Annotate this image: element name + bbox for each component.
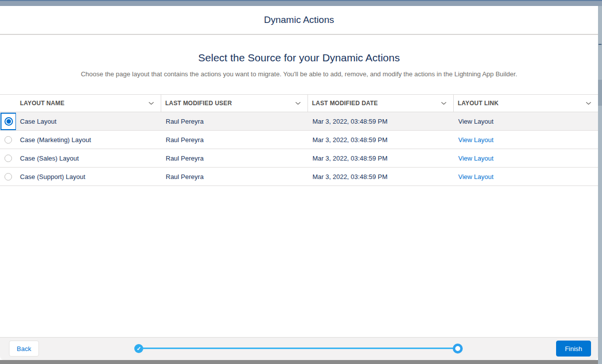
table-row[interactable]: Case Layout Raul Pereyra Mar 3, 2022, 03… — [0, 112, 598, 131]
background-page-bottom-strip — [0, 360, 598, 364]
background-page-right-strip — [598, 6, 602, 364]
background-page-top-strip — [0, 0, 602, 6]
row-radio-selected[interactable] — [4, 117, 13, 126]
modal-footer: Back ✓ Finish — [0, 337, 598, 360]
scrollbar-thumb[interactable] — [598, 80, 602, 106]
column-header-last-modified-date[interactable]: LAST MODIFIED DATE — [307, 95, 453, 112]
column-header-label: LAST MODIFIED DATE — [312, 100, 378, 107]
row-radio-cell — [0, 131, 16, 149]
view-layout-link[interactable]: View Layout — [458, 173, 494, 181]
column-header-radio — [0, 95, 16, 112]
check-icon: ✓ — [136, 346, 141, 352]
background-dots — [599, 44, 600, 45]
cell-last-modified-date: Mar 3, 2022, 03:48:59 PM — [307, 136, 453, 144]
progress-track — [142, 348, 454, 349]
column-header-layout-name[interactable]: LAYOUT NAME — [16, 95, 161, 112]
cell-last-modified-date: Mar 3, 2022, 03:48:59 PM — [307, 155, 453, 162]
back-button[interactable]: Back — [9, 341, 39, 357]
cell-last-modified-user: Raul Pereyra — [161, 136, 307, 144]
column-header-layout-link[interactable]: LAYOUT LINK — [453, 95, 598, 112]
screen: Dynamic Actions Select the Source for yo… — [0, 0, 602, 364]
row-radio[interactable] — [4, 173, 12, 181]
view-layout-link[interactable]: View Layout — [458, 118, 494, 125]
column-header-label: LAST MODIFIED USER — [165, 100, 232, 107]
cell-layout-name: Case (Support) Layout — [16, 173, 161, 181]
cell-last-modified-date: Mar 3, 2022, 03:48:59 PM — [307, 173, 453, 181]
page-subheading: Choose the page layout that contains the… — [0, 70, 598, 78]
modal-header: Dynamic Actions — [0, 6, 598, 35]
view-layout-link[interactable]: View Layout — [458, 155, 494, 162]
cell-last-modified-user: Raul Pereyra — [161, 118, 307, 125]
row-radio[interactable] — [4, 136, 12, 144]
column-header-last-modified-user[interactable]: LAST MODIFIED USER — [161, 95, 307, 112]
cell-layout-name: Case Layout — [16, 118, 161, 125]
chevron-down-icon[interactable] — [585, 100, 592, 107]
finish-button[interactable]: Finish — [556, 341, 591, 357]
row-radio-cell — [0, 112, 16, 130]
table-header-row: LAYOUT NAME LAST MODIFIED USER LAST MODI… — [0, 95, 598, 112]
view-layout-link[interactable]: View Layout — [458, 136, 494, 144]
modal-title: Dynamic Actions — [264, 14, 334, 25]
row-radio-cell — [0, 149, 16, 167]
row-radio[interactable] — [4, 155, 12, 162]
cell-last-modified-date: Mar 3, 2022, 03:48:59 PM — [307, 118, 453, 125]
table-row[interactable]: Case (Support) Layout Raul Pereyra Mar 3… — [0, 168, 598, 186]
cell-last-modified-user: Raul Pereyra — [161, 173, 307, 181]
table-row[interactable]: Case (Sales) Layout Raul Pereyra Mar 3, … — [0, 149, 598, 168]
radio-focus-outline — [0, 113, 16, 130]
dynamic-actions-modal: Dynamic Actions Select the Source for yo… — [0, 6, 598, 360]
chevron-down-icon[interactable] — [440, 100, 447, 107]
chevron-down-icon[interactable] — [148, 100, 155, 107]
row-radio-cell — [0, 168, 16, 185]
chevron-down-icon[interactable] — [295, 100, 301, 107]
progress-step-current — [453, 344, 463, 354]
page-heading: Select the Source for your Dynamic Actio… — [0, 52, 598, 64]
layout-table: LAYOUT NAME LAST MODIFIED USER LAST MODI… — [0, 94, 598, 186]
cell-last-modified-user: Raul Pereyra — [161, 155, 307, 162]
cell-layout-name: Case (Sales) Layout — [16, 155, 161, 162]
cell-layout-name: Case (Marketing) Layout — [16, 136, 161, 144]
table-row[interactable]: Case (Marketing) Layout Raul Pereyra Mar… — [0, 131, 598, 149]
column-header-label: LAYOUT NAME — [20, 100, 64, 107]
column-header-label: LAYOUT LINK — [458, 100, 499, 107]
